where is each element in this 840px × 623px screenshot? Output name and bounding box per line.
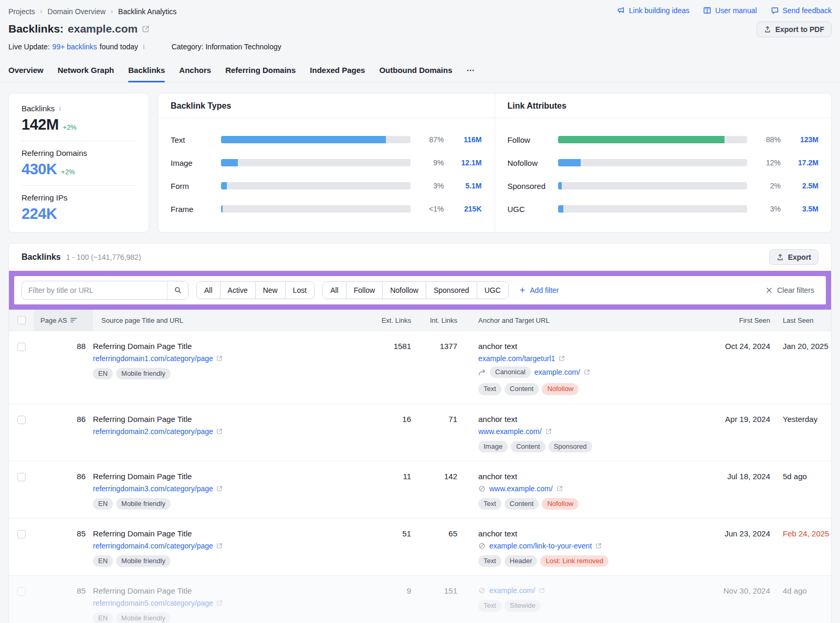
badge: EN: [93, 368, 113, 379]
live-update-link[interactable]: 99+ backlinks: [52, 43, 97, 51]
status-filter-active[interactable]: Active: [220, 282, 255, 299]
follow-filter-nofollow[interactable]: Nofollow: [382, 282, 426, 299]
column-header-page-as[interactable]: Page AS: [34, 310, 93, 331]
target-url-link[interactable]: example.com/link-to-your-event: [489, 542, 592, 550]
bar-fill: [558, 159, 581, 166]
source-url-link[interactable]: referringdomain1.com/category/page: [93, 354, 213, 363]
source-url-link[interactable]: referringdomain4.com/category/page: [93, 542, 213, 550]
external-link-icon[interactable]: [216, 485, 223, 492]
bar-row-frame: Frame <1% 215K: [171, 197, 482, 220]
column-header-first-seen: First Seen: [701, 310, 770, 331]
external-link-icon[interactable]: [539, 587, 545, 594]
backlinks-table-card: Backlinks 1 - 100 (~141,776,982) Export …: [8, 243, 832, 623]
tab-overview[interactable]: Overview: [8, 61, 44, 82]
breadcrumb-projects[interactable]: Projects: [8, 7, 35, 16]
follow-filter-all[interactable]: All: [323, 282, 346, 299]
backlink-analytics-page: Projects › Domain Overview › Backlink An…: [0, 0, 840, 623]
source-url-link[interactable]: referringdomain5.com/category/page: [93, 599, 213, 607]
status-filter-lost[interactable]: Lost: [285, 282, 314, 299]
filter-bar-highlight: All Active New Lost All Follow Nofollow …: [9, 271, 831, 310]
target-url-link[interactable]: www.example.com/: [478, 427, 542, 436]
info-icon[interactable]: i: [141, 43, 147, 51]
stat-refips-label-row: Referring IPs: [22, 193, 136, 202]
source-url-link[interactable]: referringdomain2.com/category/page: [93, 427, 213, 436]
row-checkbox[interactable]: [17, 473, 26, 481]
export-button[interactable]: Export: [769, 249, 818, 265]
canonical-url-link[interactable]: example.com/: [534, 368, 580, 376]
row-checkbox[interactable]: [17, 343, 26, 351]
external-link-icon[interactable]: [216, 543, 223, 549]
info-icon[interactable]: i: [57, 104, 63, 113]
badge: Text: [478, 383, 501, 395]
external-link-icon[interactable]: [216, 428, 223, 435]
follow-filter-ugc[interactable]: UGC: [477, 282, 508, 299]
column-header-ext-links: Ext. Links: [371, 310, 417, 331]
divider: [22, 141, 136, 141]
external-link-icon[interactable]: [595, 543, 602, 549]
badge: Sponsored: [549, 441, 592, 452]
clear-filters-button[interactable]: Clear filters: [766, 286, 818, 294]
breadcrumb-domain-overview[interactable]: Domain Overview: [48, 7, 106, 16]
close-icon: [766, 287, 772, 293]
select-all-checkbox[interactable]: [17, 316, 26, 324]
send-feedback-link[interactable]: Send feedback: [771, 6, 832, 15]
external-link-icon[interactable]: [216, 600, 223, 606]
add-filter-button[interactable]: + Add filter: [520, 286, 559, 295]
backlink-types-body: Text 87% 116M Image 9% 12.1M Form: [158, 118, 495, 228]
anchor-text: anchor text: [478, 342, 692, 351]
row-checkbox[interactable]: [17, 530, 26, 538]
bar-row-nofollow: Nofollow 12% 17.2M: [508, 151, 819, 174]
external-link-icon[interactable]: [545, 428, 552, 435]
search-icon[interactable]: [167, 281, 188, 299]
status-filter-all[interactable]: All: [197, 282, 220, 299]
bar-value-link[interactable]: 123M: [788, 135, 818, 144]
bar-value-link[interactable]: 3.5M: [788, 205, 818, 213]
follow-filter-sponsored[interactable]: Sponsored: [426, 282, 477, 299]
column-header-last-seen: Last Seen: [770, 310, 831, 331]
user-manual-link[interactable]: User manual: [703, 6, 757, 15]
top-links: Link building ideas User manual Send fee…: [617, 6, 832, 15]
live-update-row: Live Update: 99+ backlinks found today i…: [8, 43, 832, 51]
target-url-link[interactable]: www.example.com/: [489, 484, 553, 493]
source-url-link[interactable]: referringdomain3.com/category/page: [93, 484, 213, 493]
int-links-value: 1377: [417, 342, 464, 351]
bar-row-follow: Follow 88% 123M: [508, 128, 819, 151]
bar-value-link[interactable]: 2.5M: [788, 182, 818, 190]
tab-network-graph[interactable]: Network Graph: [58, 61, 114, 82]
follow-filter-follow[interactable]: Follow: [346, 282, 382, 299]
target-url-link[interactable]: example.com/targeturl1: [478, 354, 555, 363]
bar-value-link[interactable]: 17.2M: [788, 159, 818, 167]
tab-referring-domains[interactable]: Referring Domains: [225, 61, 296, 82]
filter-search-input[interactable]: [22, 286, 167, 294]
tab-backlinks[interactable]: Backlinks: [128, 61, 165, 82]
row-checkbox[interactable]: [17, 416, 26, 424]
bar-value-link[interactable]: 5.1M: [452, 182, 482, 190]
source-cell: Referring Domain Page Title referringdom…: [93, 472, 371, 510]
external-link-icon[interactable]: [584, 369, 590, 375]
page-as-value: 85: [34, 529, 93, 538]
bar-value-link[interactable]: 12.1M: [452, 159, 482, 167]
external-link-icon[interactable]: [559, 355, 565, 362]
target-url-link[interactable]: example.com/: [489, 586, 535, 595]
tab-anchors[interactable]: Anchors: [179, 61, 211, 82]
bar-value-link[interactable]: 215K: [452, 205, 482, 213]
anchor-cell: anchor text example.com/targeturl1 Canon…: [464, 342, 701, 395]
external-link-icon[interactable]: [216, 355, 223, 362]
bar-value-link[interactable]: 116M: [452, 135, 482, 144]
first-seen-value: Jun 23, 2024: [701, 529, 770, 538]
link-building-ideas-link[interactable]: Link building ideas: [617, 6, 689, 15]
external-link-icon[interactable]: [556, 485, 563, 492]
bar-fill: [221, 159, 238, 166]
tab-indexed-pages[interactable]: Indexed Pages: [310, 61, 365, 82]
upload-icon: [776, 254, 784, 261]
status-filter-new[interactable]: New: [255, 282, 285, 299]
tab-outbound-domains[interactable]: Outbound Domains: [379, 61, 452, 82]
source-badges: ENMobile friendly: [93, 498, 359, 510]
export-to-pdf-button[interactable]: Export to PDF: [757, 22, 832, 37]
external-link-icon[interactable]: [142, 25, 150, 33]
row-checkbox[interactable]: [17, 587, 26, 596]
tab-more-icon[interactable]: ⋯: [467, 61, 476, 82]
bar-row-ugc: UGC 3% 3.5M: [508, 197, 819, 220]
bar-track: [221, 136, 411, 143]
plus-icon: +: [520, 286, 526, 295]
